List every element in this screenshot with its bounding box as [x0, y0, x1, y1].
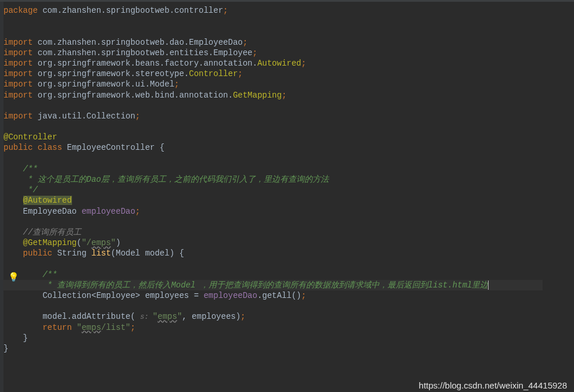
semicolon: ;: [241, 312, 245, 321]
string-part: ": [153, 312, 157, 321]
import-path: com.zhanshen.springbootweb.dao.EmployeeD…: [33, 38, 242, 47]
import-path: org.springframework.beans.factory.annota…: [33, 59, 257, 68]
semicolon: ;: [243, 38, 247, 47]
code-editor: package com.zhanshen.springbootweb.contr…: [0, 2, 574, 392]
import-class: GetMapping: [233, 91, 282, 100]
param-hint: s:: [140, 313, 153, 321]
string-part: "/: [81, 238, 91, 247]
import-path: org.springframework.ui.Model: [33, 80, 174, 89]
class-name: EmployeeController {: [62, 143, 164, 152]
keyword-import: import: [3, 48, 33, 57]
keyword-import: import: [3, 59, 33, 68]
field-type: EmployeeDao: [3, 207, 81, 216]
import-class: Autowired: [257, 59, 302, 68]
semicolon: ;: [252, 48, 257, 57]
keyword-public: public: [3, 143, 33, 152]
string-emps: emps: [157, 312, 177, 321]
javadoc-start: /**: [3, 164, 38, 174]
return-type: String: [52, 249, 91, 258]
method-name: list: [91, 249, 111, 258]
semicolon: ;: [238, 69, 242, 78]
method-params: (Model model) {: [111, 249, 184, 258]
annotation-controller: @Controller: [3, 132, 57, 142]
text-cursor: [488, 280, 489, 290]
model-call: model.addAttribute(: [3, 312, 140, 321]
semicolon: ;: [282, 91, 286, 100]
keyword-public: public: [23, 249, 52, 258]
semicolon: ;: [223, 6, 228, 15]
javadoc-line: * 查询得到所有的员工，然后传入Model ，用于把查询得到的查询所有的数据放到…: [3, 280, 488, 290]
field-name: employeeDao: [81, 207, 135, 216]
collection-decl: Collection<Employee> employees =: [3, 291, 203, 300]
string-emps: emps: [81, 323, 101, 332]
args: , employees): [182, 312, 241, 321]
keyword-import: import: [3, 38, 33, 47]
semicolon: ;: [174, 80, 179, 89]
keyword-import: import: [3, 112, 33, 121]
import-path: com.zhanshen.springbootweb.entities.Empl…: [33, 48, 252, 57]
method-call: .getAll(): [257, 291, 302, 300]
keyword-return: return: [42, 323, 71, 332]
annotation-autowired: @Autowired: [23, 196, 72, 205]
keyword-class: class: [38, 143, 62, 152]
javadoc-line: * 这个是员工的Dao层，查询所有员工，之前的代码我们引入了，里边有查询的方法: [3, 175, 329, 184]
string-part: ": [111, 238, 116, 247]
watermark: https://blog.csdn.net/weixin_44415928: [419, 380, 567, 391]
semicolon: ;: [130, 323, 135, 332]
annotation-getmapping: @GetMapping: [23, 238, 77, 247]
close-brace: }: [3, 333, 28, 343]
import-path: org.springframework.stereotype.: [33, 69, 189, 78]
keyword-import: import: [3, 69, 33, 78]
field-ref: employeeDao: [203, 291, 257, 300]
semicolon: ;: [302, 291, 306, 300]
semicolon: ;: [302, 59, 306, 68]
package-name: com.zhanshen.springbootweb.controller: [38, 6, 223, 15]
current-line: * 查询得到所有的员工，然后传入Model ，用于把查询得到的查询所有的数据放到…: [3, 280, 543, 290]
code-area[interactable]: package com.zhanshen.springbootweb.contr…: [3, 2, 543, 392]
import-path: org.springframework.web.bind.annotation.: [33, 91, 232, 100]
string-emps: emps: [91, 238, 111, 247]
paren: ): [116, 238, 120, 247]
semicolon: ;: [135, 207, 140, 216]
keyword-package: package: [3, 6, 38, 15]
javadoc-end: */: [543, 280, 574, 290]
close-brace: }: [3, 344, 8, 353]
import-path: java.util.Collection: [33, 112, 135, 121]
import-class: Controller: [189, 69, 238, 78]
javadoc-end: */: [3, 185, 38, 195]
lightbulb-icon[interactable]: 💡: [8, 272, 19, 284]
semicolon: ;: [135, 112, 140, 121]
string-part: /list": [101, 323, 130, 332]
line-comment: //查询所有员工: [3, 228, 81, 237]
keyword-import: import: [3, 80, 33, 89]
keyword-import: import: [3, 91, 33, 100]
